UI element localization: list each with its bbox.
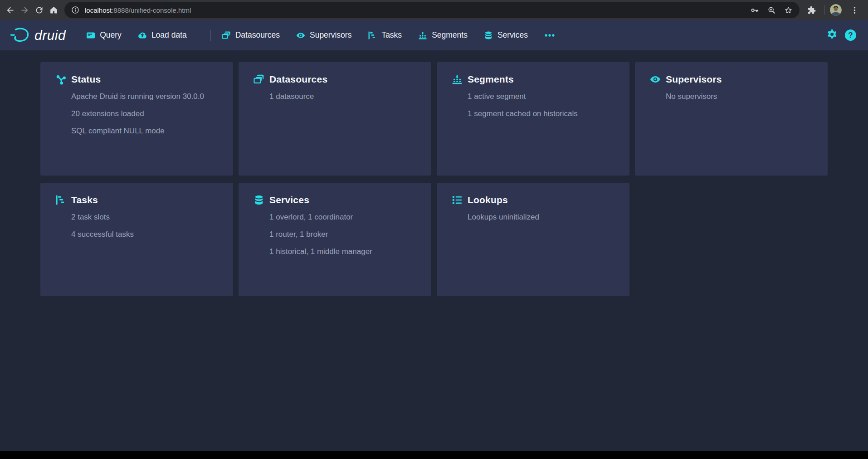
navbar-divider bbox=[75, 30, 75, 41]
card-line: 1 overlord, 1 coordinator bbox=[269, 213, 419, 222]
cloud-upload-icon bbox=[138, 31, 147, 40]
card-line: 1 router, 1 broker bbox=[269, 230, 419, 239]
card-title: Supervisors bbox=[666, 74, 722, 85]
card-title: Tasks bbox=[71, 195, 98, 205]
lookups-card[interactable]: Lookups Lookups uninitialized bbox=[437, 183, 629, 296]
nav-item-load-data[interactable]: Load data bbox=[136, 28, 189, 43]
nav-item-query[interactable]: Query bbox=[84, 28, 123, 43]
forward-icon bbox=[20, 5, 29, 15]
nav-item-label: Segments bbox=[432, 30, 468, 40]
nav-item-supervisors[interactable]: Supervisors bbox=[294, 28, 353, 43]
nav-item-label: Datasources bbox=[235, 30, 280, 40]
nav-item-services[interactable]: Services bbox=[482, 28, 530, 43]
multi-select-icon bbox=[222, 31, 231, 40]
reload-button[interactable] bbox=[32, 3, 46, 17]
avatar[interactable] bbox=[830, 4, 842, 16]
card-line: 20 extensions loaded bbox=[71, 110, 220, 118]
site-info-button[interactable] bbox=[69, 4, 82, 16]
gantt-chart-icon bbox=[368, 31, 377, 40]
navbar-divider bbox=[210, 30, 211, 41]
card-line: 1 datasource bbox=[269, 93, 419, 101]
supervisors-card[interactable]: Supervisors No supervisors bbox=[635, 62, 828, 176]
omnibox[interactable]: localhost:8888/unified-console.html bbox=[64, 2, 800, 18]
help-button[interactable]: ? bbox=[845, 29, 856, 41]
card-title: Status bbox=[71, 74, 101, 85]
eye-icon bbox=[296, 31, 305, 40]
back-button[interactable] bbox=[3, 3, 17, 17]
zoom-in-icon[interactable] bbox=[767, 5, 776, 15]
home-button[interactable] bbox=[46, 3, 61, 17]
druid-navbar: druid Query Load data Datasources bbox=[0, 20, 868, 50]
help-icon: ? bbox=[848, 31, 853, 40]
nav-item-label: Supervisors bbox=[310, 30, 351, 40]
card-title: Datasources bbox=[269, 74, 327, 85]
card-line: Apache Druid is running version 30.0.0 bbox=[71, 93, 220, 101]
multi-select-icon bbox=[254, 74, 264, 85]
forward-button[interactable] bbox=[17, 3, 32, 17]
more-dots-icon bbox=[544, 30, 555, 41]
bookmark-star-icon[interactable] bbox=[784, 5, 793, 15]
site-info-icon bbox=[71, 5, 80, 15]
timeline-bar-chart-icon bbox=[452, 74, 463, 85]
console-icon bbox=[86, 31, 95, 40]
browser-toolbar: localhost:8888/unified-console.html bbox=[0, 0, 868, 20]
tasks-card[interactable]: Tasks 2 task slots 4 successful tasks bbox=[40, 183, 233, 296]
menu-kebab-icon bbox=[850, 5, 859, 15]
nav-item-segments[interactable]: Segments bbox=[416, 28, 469, 43]
reload-icon bbox=[34, 5, 44, 15]
extensions-puzzle-icon bbox=[807, 5, 816, 15]
database-icon bbox=[254, 195, 264, 205]
brand-wordmark: druid bbox=[34, 28, 66, 43]
brand-logo[interactable]: druid bbox=[10, 27, 66, 44]
home-icon bbox=[49, 5, 59, 15]
card-title: Lookups bbox=[468, 195, 508, 205]
url-text[interactable]: localhost:8888/unified-console.html bbox=[85, 6, 191, 14]
graph-icon bbox=[55, 74, 66, 85]
eye-icon bbox=[650, 74, 661, 85]
druid-logo-icon bbox=[10, 27, 30, 44]
status-card[interactable]: Status Apache Druid is running version 3… bbox=[40, 62, 233, 176]
card-title: Services bbox=[269, 195, 309, 205]
card-line: No supervisors bbox=[666, 93, 815, 101]
url-path: :8888/unified-console.html bbox=[112, 6, 191, 14]
nav-item-datasources[interactable]: Datasources bbox=[220, 28, 282, 43]
nav-item-label: Tasks bbox=[381, 30, 402, 40]
card-line: Lookups uninitialized bbox=[468, 213, 617, 222]
services-card[interactable]: Services 1 overlord, 1 coordinator 1 rou… bbox=[239, 183, 431, 296]
url-host: localhost bbox=[85, 6, 112, 14]
card-line: 1 historical, 1 middle manager bbox=[269, 248, 419, 256]
gantt-chart-icon bbox=[55, 195, 66, 205]
card-line: SQL compliant NULL mode bbox=[71, 127, 220, 136]
nav-item-label: Query bbox=[100, 30, 122, 40]
toolbar-divider bbox=[824, 5, 824, 15]
card-line: 1 active segment bbox=[468, 93, 617, 101]
nav-item-label: Load data bbox=[151, 30, 187, 40]
back-icon bbox=[5, 5, 15, 15]
card-line: 2 task slots bbox=[71, 213, 220, 222]
database-icon bbox=[484, 31, 493, 40]
properties-icon bbox=[452, 195, 463, 205]
timeline-bar-chart-icon bbox=[418, 31, 427, 40]
card-line: 1 segment cached on historicals bbox=[468, 110, 617, 118]
datasources-card[interactable]: Datasources 1 datasource bbox=[239, 62, 431, 176]
card-line: 4 successful tasks bbox=[71, 230, 220, 239]
nav-item-label: Services bbox=[497, 30, 528, 40]
bottom-black-strip bbox=[0, 451, 868, 459]
avatar-image bbox=[830, 4, 842, 16]
browser-menu-button[interactable] bbox=[847, 3, 862, 17]
settings-button[interactable] bbox=[826, 29, 838, 42]
segments-card[interactable]: Segments 1 active segment 1 segment cach… bbox=[437, 62, 629, 176]
extensions-button[interactable] bbox=[804, 3, 819, 17]
nav-more-button[interactable] bbox=[542, 27, 557, 44]
nav-item-tasks[interactable]: Tasks bbox=[366, 28, 404, 43]
password-key-icon[interactable] bbox=[750, 5, 760, 15]
card-title: Segments bbox=[468, 74, 514, 85]
home-cards-grid: Status Apache Druid is running version 3… bbox=[0, 50, 868, 296]
gear-icon bbox=[826, 29, 838, 40]
